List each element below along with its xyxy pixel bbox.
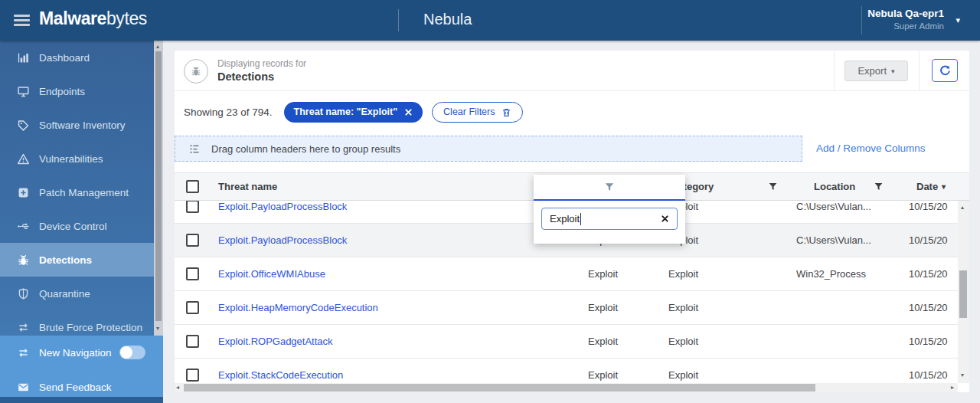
category-cell: Exploit [668, 291, 753, 325]
threat-name-filter-chip[interactable]: Threat name: "Exploit" [284, 102, 423, 123]
row-checkbox[interactable] [186, 369, 199, 382]
account-name: Nebula Qa-epr1 [814, 7, 944, 21]
sidebar-item-label: Brute Force Protection [39, 322, 142, 333]
trash-icon [501, 107, 511, 117]
plus-square-icon [17, 186, 30, 199]
sidebar-item-label: Detections [39, 254, 92, 266]
sidebar-item-new-navigation[interactable]: New Navigation [0, 339, 163, 366]
sidebar-item-quarantine[interactable]: Quarantine [0, 277, 154, 310]
add-remove-columns-link[interactable]: Add / Remove Columns [816, 136, 926, 162]
location-filter-funnel-icon[interactable] [874, 182, 884, 192]
category-filter-funnel-icon[interactable] [768, 182, 778, 192]
filter-text-input[interactable]: Exploit [541, 208, 678, 230]
footer-item-label: New Navigation [39, 347, 112, 359]
bar-chart-icon [17, 51, 30, 64]
transfer-arrows-icon [17, 346, 30, 359]
sidebar-item-detections[interactable]: Detections [0, 243, 154, 277]
filter-popup-body: Exploit [534, 201, 685, 244]
refresh-icon [939, 64, 952, 77]
scrollbar-corner: ▸ [958, 383, 969, 392]
account-caret-icon[interactable]: ▾ [956, 15, 960, 25]
threat-link[interactable]: Exploit.OfficeWMIAbuse [218, 268, 325, 280]
scroll-down-icon[interactable]: ▾ [961, 372, 964, 378]
sidebar-item-label: Quarantine [39, 288, 90, 300]
type-cell: Exploit [588, 257, 665, 291]
location-cell: C:\Users\Vulan... [796, 201, 896, 224]
threat-link[interactable]: Exploit.ROPGadgetAttack [218, 336, 333, 347]
sidebar-item-label: Device Control [39, 221, 107, 232]
scroll-down-icon[interactable]: ▾ [156, 326, 159, 332]
bug-icon [17, 254, 30, 267]
detections-bug-icon [184, 59, 208, 84]
sidebar-item-software-inventory[interactable]: Software Inventory [0, 108, 154, 142]
hamburger-menu-icon[interactable] [14, 15, 30, 26]
select-all-checkbox[interactable] [186, 180, 199, 193]
scroll-up-icon[interactable]: ▴ [156, 44, 159, 50]
location-cell: Win32_Process [796, 257, 896, 291]
remove-filter-icon[interactable] [404, 108, 413, 116]
clear-input-icon[interactable] [661, 215, 669, 223]
scroll-left-icon[interactable]: ◂ [176, 385, 179, 391]
detections-page: Malwarebytes Nebula Nebula Qa-epr1 Super… [0, 0, 980, 403]
group-drop-zone[interactable]: Drag column headers here to group result… [175, 136, 802, 162]
vertical-scrollbar-thumb[interactable] [959, 270, 967, 318]
new-navigation-toggle[interactable] [119, 346, 145, 359]
sidebar-item-patch-management[interactable]: Patch Management [0, 175, 154, 209]
sort-descending-icon[interactable]: ▾ [942, 173, 946, 200]
row-checkbox[interactable] [186, 335, 199, 348]
threat-link[interactable]: Exploit.HeapMemoryCodeExecution [218, 302, 378, 313]
account-menu[interactable]: Nebula Qa-epr1 Super Admin [814, 7, 944, 32]
row-checkbox[interactable] [186, 201, 199, 213]
table-row[interactable]: Exploit.OfficeWMIAbuse Exploit Exploit W… [175, 257, 958, 291]
column-header-date[interactable]: Date [916, 173, 938, 200]
row-checkbox[interactable] [186, 267, 199, 280]
row-checkbox[interactable] [186, 234, 199, 247]
sidebar-item-dashboard[interactable]: Dashboard [0, 41, 154, 74]
usb-icon [17, 220, 30, 233]
sidebar-item-label: Software Inventory [39, 120, 126, 131]
toggle-knob [120, 346, 132, 359]
location-cell [796, 325, 896, 359]
sidebar-item-endpoints[interactable]: Endpoints [0, 74, 154, 108]
table-row[interactable]: Exploit.ROPGadgetAttack Exploit Exploit … [175, 325, 958, 359]
location-cell [796, 359, 896, 383]
sidebar-item-label: Endpoints [39, 86, 85, 97]
threat-link[interactable]: Exploit.PayloadProcessBlock [218, 201, 347, 212]
sidebar-scrollbar[interactable]: ▴ ▾ [154, 41, 163, 336]
column-header-location[interactable]: Location [814, 173, 855, 200]
filter-popup-header[interactable] [534, 175, 685, 201]
row-checkbox[interactable] [186, 301, 199, 314]
vertical-scrollbar[interactable]: ▴ ▾ [958, 201, 969, 383]
horizontal-scrollbar-thumb[interactable] [184, 384, 815, 392]
shield-icon [17, 287, 30, 300]
scroll-right-icon[interactable]: ▸ [951, 385, 954, 391]
table-row[interactable]: Exploit.HeapMemoryCodeExecution Exploit … [175, 291, 958, 325]
horizontal-scrollbar[interactable]: ◂ [175, 383, 958, 392]
product-name: Nebula [423, 11, 472, 28]
header-divider [834, 51, 835, 91]
sidebar-item-label: Dashboard [39, 52, 90, 64]
sidebar-item-vulnerabilities[interactable]: Vulnerabilities [0, 142, 154, 175]
type-cell: Exploit [588, 359, 665, 383]
threat-link[interactable]: Exploit.PayloadProcessBlock [218, 234, 347, 246]
type-cell: Exploit [588, 291, 665, 325]
refresh-button[interactable] [932, 59, 958, 82]
clear-filters-label: Clear Filters [443, 106, 495, 117]
sidebar-item-label: Vulnerabilities [39, 153, 103, 165]
panel-subtitle: Displaying records for [217, 58, 306, 69]
threat-link[interactable]: Exploit.StackCodeExecution [218, 369, 343, 381]
table-row[interactable]: Exploit.StackCodeExecution Exploit Explo… [175, 359, 958, 383]
export-button[interactable]: Export▾ [844, 61, 908, 81]
sidebar: Dashboard Endpoints Software Inventory V… [0, 41, 163, 403]
type-cell: Exploit [588, 325, 665, 359]
column-filter-popup: Exploit [534, 175, 685, 244]
sidebar-scrollbar-thumb[interactable] [155, 51, 162, 321]
sidebar-item-device-control[interactable]: Device Control [0, 209, 154, 243]
clear-filters-button[interactable]: Clear Filters [432, 102, 523, 123]
date-cell: 10/15/20 [909, 224, 956, 257]
scroll-up-icon[interactable]: ▴ [961, 205, 964, 211]
column-header-threat-name[interactable]: Threat name [218, 173, 277, 200]
sidebar-footer: New Navigation Send Feedback [0, 336, 163, 397]
malwarebytes-logo: Malwarebytes [39, 8, 147, 29]
location-cell [796, 291, 896, 325]
